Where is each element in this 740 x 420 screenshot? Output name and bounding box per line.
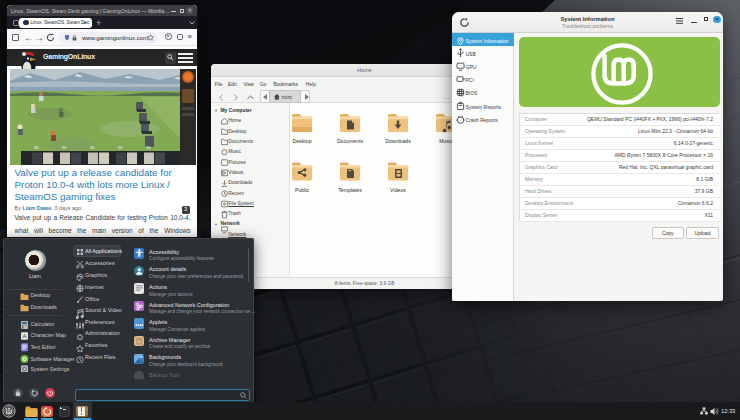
- svg-text:Desktop: Desktop: [292, 138, 311, 144]
- svg-text:Videos: Videos: [390, 187, 406, 193]
- svg-text:88: 88: [146, 144, 151, 149]
- svg-text:A: A: [22, 333, 26, 339]
- svg-text:Public: Public: [295, 187, 310, 193]
- svg-text:88: 88: [34, 144, 39, 149]
- svg-text:Downloads: Downloads: [385, 138, 411, 144]
- svg-text:88: 88: [118, 144, 123, 149]
- svg-text:Documents: Documents: [337, 138, 364, 144]
- svg-text:88: 88: [62, 144, 67, 149]
- svg-text:Templates: Templates: [338, 187, 362, 193]
- svg-text:88: 88: [90, 144, 95, 149]
